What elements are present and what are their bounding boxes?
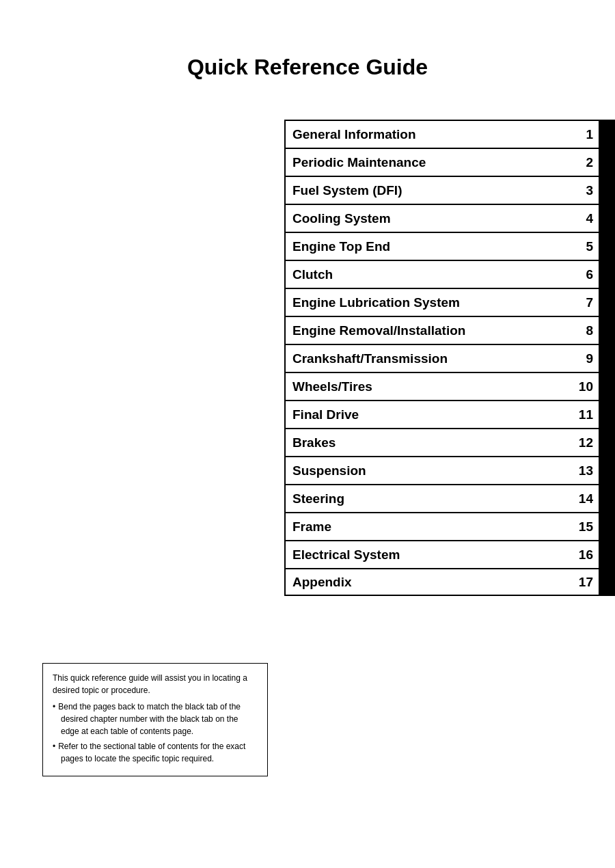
toc-item-tab xyxy=(599,457,614,484)
table-of-contents: General Information1Periodic Maintenance… xyxy=(284,120,615,596)
toc-item-number: 3 xyxy=(571,183,599,198)
toc-item[interactable]: Fuel System (DFI)3 xyxy=(284,176,615,204)
toc-item-number: 1 xyxy=(571,127,599,142)
toc-item-tab xyxy=(599,233,614,260)
toc-item-label: Crankshaft/Transmission xyxy=(286,351,571,366)
toc-item-label: Final Drive xyxy=(286,407,571,422)
page-title: Quick Reference Guide xyxy=(0,0,615,121)
toc-item[interactable]: Periodic Maintenance2 xyxy=(284,148,615,176)
toc-item-number: 9 xyxy=(571,351,599,366)
toc-item-tab xyxy=(599,401,614,428)
toc-item-tab xyxy=(599,485,614,512)
info-bullet: Bend the pages back to match the black t… xyxy=(53,701,258,737)
toc-item-tab xyxy=(599,205,614,232)
toc-item-number: 14 xyxy=(571,491,599,506)
toc-item-tab xyxy=(599,289,614,316)
toc-item[interactable]: Clutch6 xyxy=(284,260,615,288)
toc-item-label: Engine Removal/Installation xyxy=(286,323,571,338)
toc-item-label: Electrical System xyxy=(286,547,571,562)
toc-item-label: General Information xyxy=(286,127,571,142)
toc-item[interactable]: General Information1 xyxy=(284,120,615,148)
toc-item-label: Periodic Maintenance xyxy=(286,155,571,170)
toc-item-number: 8 xyxy=(571,323,599,338)
toc-item-tab xyxy=(599,345,614,372)
toc-item[interactable]: Steering14 xyxy=(284,484,615,512)
toc-item-tab xyxy=(599,317,614,344)
toc-item-number: 11 xyxy=(571,407,599,422)
info-intro: This quick reference guide will assist y… xyxy=(53,672,258,696)
toc-item-label: Engine Lubrication System xyxy=(286,295,571,310)
toc-item-tab xyxy=(599,541,614,568)
toc-item-label: Frame xyxy=(286,519,571,534)
toc-item-label: Clutch xyxy=(286,267,571,282)
info-box: This quick reference guide will assist y… xyxy=(42,663,268,776)
toc-item-number: 6 xyxy=(571,267,599,282)
toc-item-tab xyxy=(599,261,614,288)
toc-item-label: Appendix xyxy=(286,575,571,590)
toc-item-label: Cooling System xyxy=(286,211,571,226)
toc-item-number: 15 xyxy=(571,519,599,534)
toc-item[interactable]: Cooling System4 xyxy=(284,204,615,232)
toc-item-number: 10 xyxy=(571,379,599,394)
toc-item-number: 2 xyxy=(571,155,599,170)
toc-item-label: Suspension xyxy=(286,463,571,478)
toc-item-label: Fuel System (DFI) xyxy=(286,183,571,198)
toc-item-label: Steering xyxy=(286,491,571,506)
info-bullet: Refer to the sectional table of contents… xyxy=(53,740,258,765)
toc-item-tab xyxy=(599,373,614,400)
toc-item-number: 13 xyxy=(571,463,599,478)
toc-item-tab xyxy=(599,149,614,176)
toc-item-number: 5 xyxy=(571,239,599,254)
toc-item[interactable]: Appendix17 xyxy=(284,568,615,596)
toc-item-tab xyxy=(599,569,614,595)
toc-item[interactable]: Brakes12 xyxy=(284,428,615,456)
toc-item-tab xyxy=(599,513,614,540)
toc-item[interactable]: Crankshaft/Transmission9 xyxy=(284,344,615,372)
toc-item-label: Brakes xyxy=(286,435,571,450)
toc-item[interactable]: Engine Lubrication System7 xyxy=(284,288,615,316)
toc-item-tab xyxy=(599,121,614,148)
toc-item-number: 7 xyxy=(571,295,599,310)
toc-item[interactable]: Frame15 xyxy=(284,512,615,540)
toc-item-tab xyxy=(599,177,614,204)
toc-item-number: 4 xyxy=(571,211,599,226)
toc-item[interactable]: Suspension13 xyxy=(284,456,615,484)
toc-item[interactable]: Final Drive11 xyxy=(284,400,615,428)
toc-item-label: Wheels/Tires xyxy=(286,379,571,394)
toc-item-number: 17 xyxy=(571,575,599,590)
toc-item[interactable]: Engine Top End5 xyxy=(284,232,615,260)
info-bullets: Bend the pages back to match the black t… xyxy=(53,701,258,765)
toc-item[interactable]: Wheels/Tires10 xyxy=(284,372,615,400)
toc-item-label: Engine Top End xyxy=(286,239,571,254)
toc-item[interactable]: Engine Removal/Installation8 xyxy=(284,316,615,344)
toc-item-tab xyxy=(599,429,614,456)
toc-item-number: 12 xyxy=(571,435,599,450)
toc-item[interactable]: Electrical System16 xyxy=(284,540,615,568)
toc-item-number: 16 xyxy=(571,547,599,562)
